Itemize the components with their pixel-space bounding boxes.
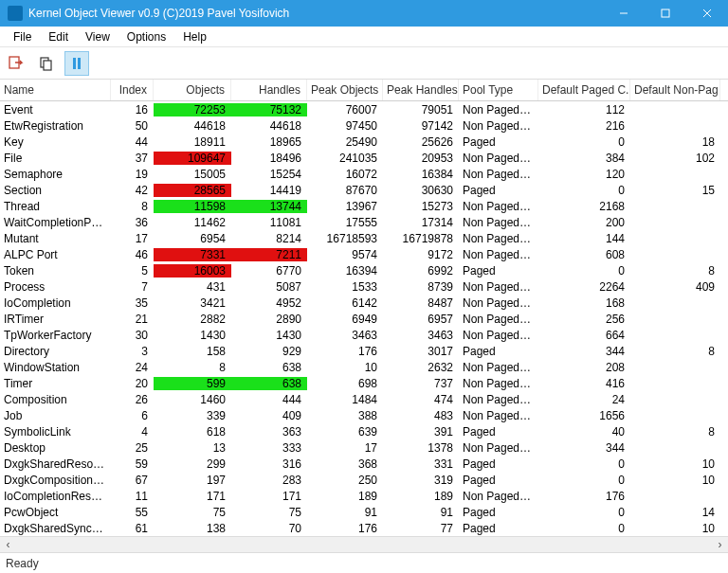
cell: 599 bbox=[154, 377, 231, 390]
table-row[interactable]: Event1672253751327600779051Non Paged NX1… bbox=[0, 101, 728, 117]
cell: 200 bbox=[538, 216, 630, 229]
cell: 299 bbox=[154, 457, 231, 471]
cell: 109647 bbox=[154, 152, 231, 165]
cell: 24 bbox=[111, 361, 154, 374]
table-row[interactable]: ALPC Port467331721195749172Non Paged NX6… bbox=[0, 246, 728, 262]
maximize-button[interactable] bbox=[645, 0, 686, 27]
table-row[interactable]: WaitCompletionPacket36114621108117555173… bbox=[0, 214, 728, 230]
cell: 6954 bbox=[154, 232, 231, 245]
menu-options[interactable]: Options bbox=[119, 28, 173, 45]
horizontal-scrollbar[interactable]: ‹ › bbox=[0, 536, 728, 552]
col-default-nonpaged[interactable]: Default Non-Pag ▲ bbox=[630, 80, 720, 100]
cell: 391 bbox=[383, 425, 459, 439]
cell: PcwObject bbox=[0, 506, 111, 519]
col-name[interactable]: Name bbox=[0, 80, 111, 100]
table-row[interactable]: Mutant17695482141671859316719878Non Page… bbox=[0, 230, 728, 246]
cell: 168 bbox=[538, 296, 630, 310]
table-row[interactable]: Directory31589291763017Paged3448 bbox=[0, 343, 728, 359]
cell: 21 bbox=[111, 313, 154, 326]
col-objects[interactable]: Objects bbox=[154, 80, 231, 100]
cell: 76007 bbox=[307, 103, 383, 116]
table-row[interactable]: IoCompletionReserve11171171189189Non Pag… bbox=[0, 488, 728, 504]
cell: 171 bbox=[231, 490, 307, 503]
cell: 344 bbox=[538, 441, 630, 455]
table-row[interactable]: DxgkSharedResource59299316368331Paged010 bbox=[0, 456, 728, 472]
table-row[interactable]: Job6339409388483Non Paged NX1656 bbox=[0, 407, 728, 423]
menu-file[interactable]: File bbox=[6, 28, 39, 45]
scroll-right-icon[interactable]: › bbox=[712, 537, 728, 553]
toolbar bbox=[0, 47, 728, 80]
table-row[interactable]: IRTimer212882289069496957Non Paged NX256 bbox=[0, 311, 728, 327]
export-button[interactable] bbox=[4, 51, 28, 76]
col-index[interactable]: Index bbox=[111, 80, 154, 100]
pause-button[interactable] bbox=[64, 51, 89, 76]
cell: 1656 bbox=[538, 409, 630, 422]
cell: 6992 bbox=[383, 264, 459, 278]
cell: Composition bbox=[0, 393, 111, 406]
table-row[interactable]: Process7431508715338739Non Paged NX22644… bbox=[0, 278, 728, 295]
cell: 37 bbox=[111, 152, 154, 165]
col-pool-type[interactable]: Pool Type bbox=[459, 80, 538, 100]
col-peak-handles[interactable]: Peak Handles bbox=[383, 80, 459, 100]
menu-view[interactable]: View bbox=[78, 28, 118, 45]
cell: 0 bbox=[538, 135, 630, 149]
cell: 6957 bbox=[383, 313, 459, 326]
cell: 6949 bbox=[307, 313, 383, 326]
cell: 0 bbox=[538, 474, 630, 487]
table-row[interactable]: SymbolicLink4618363639391Paged408 bbox=[0, 423, 728, 439]
table-row[interactable]: Section4228565144198767030630Paged015 bbox=[0, 182, 728, 198]
cell: 158 bbox=[154, 345, 231, 358]
table-row[interactable]: Semaphore1915005152541607216384Non Paged… bbox=[0, 166, 728, 182]
table-row[interactable]: WindowStation248638102632Non Paged NX208 bbox=[0, 359, 728, 375]
titlebar: Kernel Object Viewer v0.9 (C)2019 Pavel … bbox=[0, 0, 728, 27]
cell: 8 bbox=[111, 200, 154, 213]
table-row[interactable]: Timer20599638698737Non Paged NX416 bbox=[0, 375, 728, 391]
table-row[interactable]: PcwObject5575759191Paged014 bbox=[0, 504, 728, 520]
cell: 6142 bbox=[307, 296, 383, 310]
table-row[interactable]: EtwRegistration5044618446189745097142Non… bbox=[0, 117, 728, 134]
close-button[interactable] bbox=[686, 0, 728, 27]
table-row[interactable]: DxgkCompositionOb...67197283250319Paged0… bbox=[0, 472, 728, 488]
cell: 70 bbox=[231, 522, 307, 535]
column-headers: Name Index Objects Handles Peak Objects … bbox=[0, 80, 728, 101]
table-row[interactable]: IoCompletion353421495261428487Non Paged … bbox=[0, 295, 728, 311]
table-row[interactable]: Token5160036770163946992Paged08 bbox=[0, 262, 728, 278]
table-row[interactable]: DxgkSharedSyncObje...611387017677Paged01… bbox=[0, 520, 728, 536]
menu-edit[interactable]: Edit bbox=[41, 28, 76, 45]
cell: 283 bbox=[231, 474, 307, 487]
cell: 77 bbox=[383, 522, 459, 535]
cell: 483 bbox=[383, 409, 459, 422]
cell: 2168 bbox=[538, 200, 630, 213]
cell: 18 bbox=[630, 135, 720, 149]
cell: 664 bbox=[538, 329, 630, 342]
table-row[interactable]: File371096471849624103520953Non Paged NX… bbox=[0, 150, 728, 166]
table-row[interactable]: Composition2614604441484474Non Paged NX2… bbox=[0, 391, 728, 407]
table-row[interactable]: Key4418911189652549025626Paged018 bbox=[0, 134, 728, 150]
col-peak-objects[interactable]: Peak Objects bbox=[307, 80, 383, 100]
cell: Paged bbox=[459, 474, 538, 487]
minimize-button[interactable] bbox=[603, 0, 645, 27]
cell: Directory bbox=[0, 345, 111, 358]
table-row[interactable]: TpWorkerFactory301430143034633463Non Pag… bbox=[0, 327, 728, 343]
table-row[interactable]: Desktop2513333171378Non Paged NX344 bbox=[0, 439, 728, 456]
cell: 11462 bbox=[154, 216, 231, 229]
cell: 17314 bbox=[383, 216, 459, 229]
cell: 15273 bbox=[383, 200, 459, 213]
table-row[interactable]: Thread811598137441396715273Non Paged NX2… bbox=[0, 198, 728, 214]
cell: 75 bbox=[231, 506, 307, 519]
cell: 144 bbox=[538, 232, 630, 245]
col-handles[interactable]: Handles bbox=[231, 80, 307, 100]
cell: 15 bbox=[630, 184, 720, 197]
scroll-track[interactable] bbox=[16, 537, 712, 553]
scroll-left-icon[interactable]: ‹ bbox=[0, 537, 16, 553]
cell: 7 bbox=[111, 280, 154, 294]
copy-button[interactable] bbox=[34, 51, 59, 76]
cell: 416 bbox=[538, 377, 630, 390]
col-default-paged[interactable]: Default Paged C... bbox=[538, 80, 630, 100]
menu-help[interactable]: Help bbox=[175, 28, 214, 45]
rows-container[interactable]: Event1672253751327600779051Non Paged NX1… bbox=[0, 101, 728, 536]
cell: 50 bbox=[111, 119, 154, 133]
list-view[interactable]: Name Index Objects Handles Peak Objects … bbox=[0, 80, 728, 552]
cell: 6 bbox=[111, 409, 154, 422]
cell: 618 bbox=[154, 425, 231, 439]
